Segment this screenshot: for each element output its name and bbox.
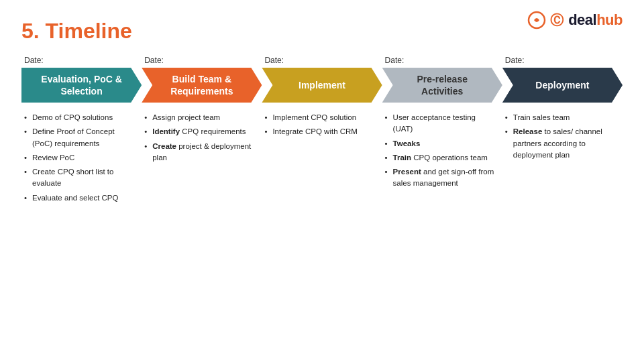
- list-item: Review PoC: [24, 152, 136, 164]
- bullet-col-1: Demo of CPQ solutions Define Proof of Co…: [21, 112, 142, 206]
- date-cell-2: Date:: [142, 56, 262, 65]
- list-item: Release to sales/ channel partners accor…: [505, 126, 617, 161]
- dealhub-logo-icon: [527, 11, 546, 29]
- date-cell-5: Date:: [502, 56, 623, 65]
- bullets-row: Demo of CPQ solutions Define Proof of Co…: [21, 112, 623, 206]
- logo-text: Ⓒ dealhub: [550, 11, 623, 29]
- arrow-row: Evaluation, PoC & Selection Build Team &…: [21, 68, 623, 103]
- phase-label-1: Evaluation, PoC & Selection: [35, 73, 128, 97]
- list-item: Assign project team: [144, 112, 256, 123]
- date-cell-4: Date:: [382, 56, 502, 65]
- list-item: Present and get sign-off from sales mana…: [385, 166, 497, 190]
- bullet-col-5: Train sales team Release to sales/ chann…: [502, 112, 623, 206]
- phase-label-3: Implement: [299, 79, 345, 91]
- list-item: Create CPQ short list to evaluate: [24, 166, 136, 190]
- phase-arrow-3: Implement: [262, 68, 382, 103]
- list-item: Create project & deployment plan: [144, 141, 256, 164]
- list-item: Integrate CPQ with CRM: [264, 126, 376, 137]
- list-item: Define Proof of Concept (PoC) requiremen…: [24, 126, 136, 149]
- phase-label-5: Deployment: [535, 79, 589, 91]
- list-item: Demo of CPQ solutions: [24, 112, 136, 123]
- bullet-col-2: Assign project team Identify CPQ require…: [142, 112, 262, 206]
- phase-arrow-1: Evaluation, PoC & Selection: [21, 68, 142, 103]
- list-item: Train sales team: [505, 112, 617, 123]
- page: Ⓒ dealhub 5. Timeline Date: Date: Date: …: [0, 0, 644, 362]
- list-item: Tweaks: [385, 138, 497, 149]
- list-item: Implement CPQ solution: [264, 112, 376, 123]
- date-cell-3: Date:: [262, 56, 382, 65]
- list-item: Evaluate and select CPQ: [24, 192, 136, 204]
- list-item: Train CPQ operations team: [385, 152, 497, 164]
- phase-arrow-5: Deployment: [502, 68, 623, 103]
- list-item: Identify CPQ requirements: [144, 126, 256, 137]
- date-row: Date: Date: Date: Date: Date:: [21, 56, 623, 65]
- timeline: Date: Date: Date: Date: Date: Evaluation…: [21, 56, 623, 206]
- logo: Ⓒ dealhub: [527, 11, 623, 29]
- bullet-col-3: Implement CPQ solution Integrate CPQ wit…: [262, 112, 382, 206]
- phase-label-2: Build Team & Requirements: [155, 73, 248, 97]
- list-item: User acceptance testing (UAT): [385, 112, 497, 135]
- phase-label-4: Pre-release Activities: [396, 73, 489, 97]
- bullet-col-4: User acceptance testing (UAT) Tweaks Tra…: [382, 112, 502, 206]
- phase-arrow-2: Build Team & Requirements: [142, 68, 262, 103]
- phase-arrow-4: Pre-release Activities: [382, 68, 502, 103]
- date-cell-1: Date:: [21, 56, 142, 65]
